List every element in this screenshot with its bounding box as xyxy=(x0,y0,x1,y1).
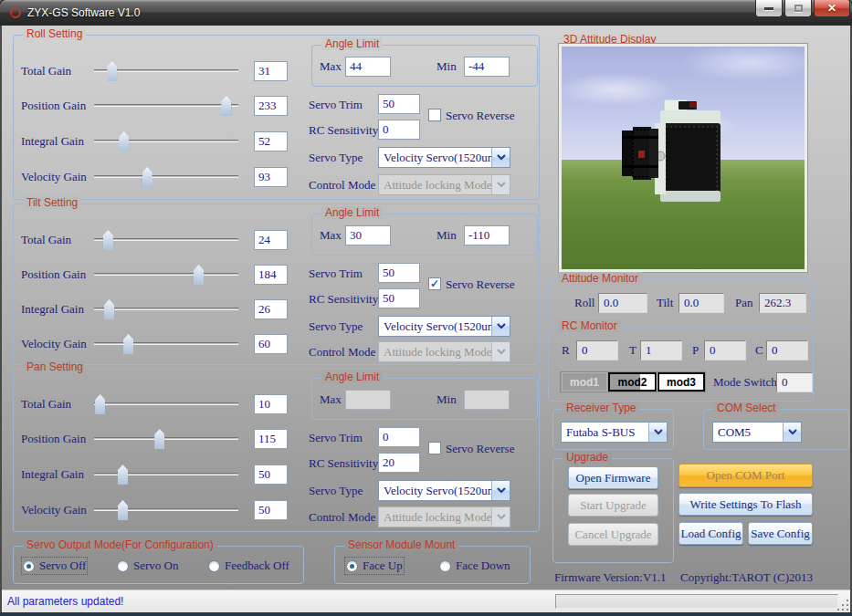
tilt-velocity-gain-value[interactable] xyxy=(254,334,288,354)
com-port-select[interactable]: COM5 xyxy=(712,422,802,443)
tilt-integral-gain-slider[interactable] xyxy=(94,299,238,319)
pan-integral-gain-value[interactable] xyxy=(254,465,288,485)
chevron-down-icon[interactable] xyxy=(783,423,801,442)
roll-total-gain-value[interactable] xyxy=(254,61,288,81)
status-progress-bar xyxy=(555,594,838,609)
slider-track[interactable] xyxy=(94,437,238,440)
pan-servo-trim-input[interactable] xyxy=(378,427,420,447)
tilt-rc-sensitivity-input[interactable] xyxy=(378,288,420,308)
slider-track[interactable] xyxy=(94,473,238,475)
slider-track[interactable] xyxy=(94,402,238,405)
chevron-down-icon[interactable] xyxy=(491,317,510,336)
pan-position-gain-value[interactable] xyxy=(254,429,288,449)
slider-track[interactable] xyxy=(94,175,238,178)
roll-integral-gain-value[interactable] xyxy=(254,131,288,151)
tilt-integral-gain-value[interactable] xyxy=(254,299,288,319)
slider-thumb[interactable] xyxy=(103,230,113,250)
slider-track[interactable] xyxy=(94,308,238,310)
tilt-position-gain-value[interactable] xyxy=(254,265,288,285)
slider-label: Integral Gain xyxy=(21,467,84,482)
slider-track[interactable] xyxy=(94,140,238,142)
slider-thumb[interactable] xyxy=(142,167,153,187)
slider-thumb[interactable] xyxy=(194,265,204,285)
roll-total-gain-slider[interactable] xyxy=(94,61,238,81)
slider-track[interactable] xyxy=(94,342,238,345)
roll-integral-gain-slider[interactable] xyxy=(94,131,238,151)
roll-velocity-gain-slider[interactable] xyxy=(94,167,238,187)
receiver-type-group: Receiver Type Futaba S-BUS xyxy=(552,409,674,450)
tilt-servo-reverse-checkbox[interactable] xyxy=(428,277,441,290)
slider-thumb[interactable] xyxy=(118,500,128,520)
minimize-button[interactable] xyxy=(755,0,783,17)
load-config-button[interactable]: Load Config xyxy=(678,522,743,545)
pan-servo-reverse-checkbox[interactable] xyxy=(428,442,441,454)
mod2-segment: mod2 xyxy=(608,372,657,392)
group-title: Receiver Type xyxy=(563,402,639,414)
radio-face-down[interactable]: Face Down xyxy=(439,559,510,573)
slider-thumb[interactable] xyxy=(123,334,133,354)
tilt-total-gain-value[interactable] xyxy=(254,230,288,250)
slider-label: Total Gain xyxy=(21,233,71,247)
roll-servo-trim-input[interactable] xyxy=(378,94,420,114)
radio-servo-on[interactable]: Servo On xyxy=(117,559,178,573)
radio-icon[interactable] xyxy=(23,560,35,572)
slider-thumb[interactable] xyxy=(95,394,105,414)
slider-thumb[interactable] xyxy=(118,465,128,485)
roll-angle-min-input[interactable] xyxy=(464,57,510,77)
radio-face-up[interactable]: Face Up xyxy=(346,559,403,573)
pan-position-gain-slider[interactable] xyxy=(94,429,238,449)
roll-rc-sensitivity-input[interactable] xyxy=(378,120,420,140)
chevron-down-icon[interactable] xyxy=(491,481,510,500)
pan-velocity-gain-slider[interactable] xyxy=(94,500,238,520)
chevron-down-icon[interactable] xyxy=(491,148,510,167)
slider-thumb[interactable] xyxy=(119,131,129,151)
mod3-segment: mod3 xyxy=(657,372,705,392)
tilt-angle-min-input[interactable] xyxy=(464,225,510,245)
roll-servo-type-select[interactable]: Velocity Servo(1520um) xyxy=(378,147,510,168)
open-com-port-button[interactable]: Open COM Port xyxy=(678,464,813,487)
tilt-total-gain-slider[interactable] xyxy=(94,230,238,250)
slider-track[interactable] xyxy=(94,104,238,107)
roll-position-gain-slider[interactable] xyxy=(94,96,238,116)
radio-feedback-off[interactable]: Feedback Off xyxy=(208,559,289,573)
receiver-type-select[interactable]: Futaba S-BUS xyxy=(561,422,668,443)
pan-total-gain-value[interactable] xyxy=(254,394,288,414)
slider-thumb[interactable] xyxy=(154,429,164,449)
tilt-servo-type-select[interactable]: Velocity Servo(1520um) xyxy=(378,316,510,337)
pan-integral-gain-slider[interactable] xyxy=(94,465,238,485)
servo-trim-label: Servo Trim xyxy=(309,431,363,445)
resize-grip[interactable] xyxy=(837,600,849,611)
tilt-position-gain-slider[interactable] xyxy=(94,265,238,285)
roll-angle-max-input[interactable] xyxy=(345,57,391,77)
tilt-velocity-gain-slider[interactable] xyxy=(94,334,238,354)
roll-position-gain-value[interactable] xyxy=(254,96,288,116)
close-button[interactable]: ✕ xyxy=(814,0,850,17)
radio-servo-off[interactable]: Servo Off xyxy=(23,559,86,573)
maximize-button[interactable] xyxy=(784,0,812,17)
slider-thumb[interactable] xyxy=(104,299,114,319)
roll-velocity-gain-value[interactable] xyxy=(254,167,288,187)
combo-value: Attitude locking Mode xyxy=(379,175,491,194)
pan-rc-sensitivity-input[interactable] xyxy=(378,453,420,473)
pan-servo-type-select[interactable]: Velocity Servo(1520um) xyxy=(378,480,510,501)
save-config-button[interactable]: Save Config xyxy=(748,522,813,545)
radio-icon[interactable] xyxy=(439,560,451,572)
pan-total-gain-slider[interactable] xyxy=(94,394,238,414)
slider-thumb[interactable] xyxy=(107,61,117,81)
radio-icon[interactable] xyxy=(117,560,129,572)
tilt-angle-max-input[interactable] xyxy=(345,225,391,245)
radio-icon[interactable] xyxy=(208,560,220,572)
tilt-servo-trim-input[interactable] xyxy=(378,263,420,283)
roll-control-mode-select: Attitude locking Mode xyxy=(378,174,510,195)
roll-servo-reverse-checkbox[interactable] xyxy=(428,109,441,121)
slider-track[interactable] xyxy=(94,273,238,276)
slider-thumb[interactable] xyxy=(221,96,231,116)
open-firmware-button[interactable]: Open Firmware xyxy=(568,466,658,489)
slider-track[interactable] xyxy=(94,238,238,241)
chevron-down-icon[interactable] xyxy=(648,423,667,442)
slider-track[interactable] xyxy=(94,508,238,511)
radio-icon[interactable] xyxy=(346,560,358,572)
pan-velocity-gain-value[interactable] xyxy=(254,500,288,520)
group-title: Attitude Monitor xyxy=(558,272,642,285)
write-settings-to-flash-button[interactable]: Write Settings To Flash xyxy=(678,493,813,516)
